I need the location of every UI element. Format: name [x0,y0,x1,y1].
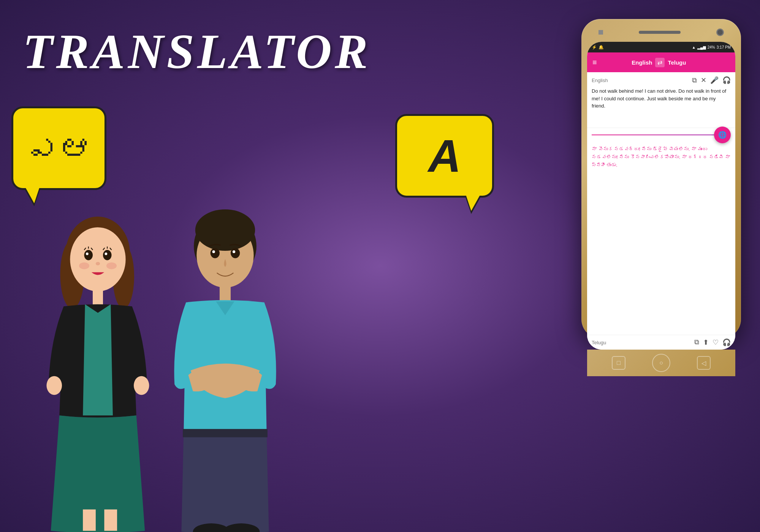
menu-icon[interactable]: ≡ [592,59,597,66]
source-area: English ⧉ ✕ 🎤 🎧 Do not walk behind me! I… [587,72,735,128]
phone-mockup: ⚡ 🔔 ▲ ▂▄▆ 24% 3:17 PM ≡ English ⇄ Telugu [581,19,741,338]
swap-languages-button[interactable]: ⇄ [655,58,665,67]
recent-apps-button[interactable]: □ [612,356,625,370]
mic-button[interactable]: 🎤 [710,76,719,84]
speaker-grill [639,31,681,34]
svg-point-5 [103,250,112,260]
wifi-icon: ▲ [692,45,696,49]
svg-point-27 [212,250,215,253]
target-lang-row: Telugu ⧉ ⬆ ♡ 🎧 [587,335,735,350]
source-lang-label: English [592,78,608,83]
home-icon: ○ [659,359,663,366]
back-icon: ◁ [701,359,706,367]
svg-point-6 [86,253,89,255]
target-lang-label: Telugu [592,340,606,345]
svg-point-18 [47,376,62,395]
characters-area [38,209,285,532]
svg-point-15 [79,262,89,269]
svg-point-19 [134,376,149,395]
share-button[interactable]: ⬆ [703,338,709,347]
svg-point-14 [96,262,100,265]
svg-point-26 [231,248,240,258]
clear-button[interactable]: ✕ [701,76,706,84]
target-language-label[interactable]: Telugu [668,59,686,66]
translate-button[interactable]: 🌐 [714,127,731,143]
app-title: TRANSLATOR [23,23,371,80]
bubble-right: A [395,114,502,205]
favorite-button[interactable]: ♡ [712,338,719,347]
notification-icon: 🔔 [598,45,604,50]
svg-point-4 [84,250,93,260]
copy-button[interactable]: ⧉ [692,76,697,84]
listen-translation-button[interactable]: 🎧 [722,338,731,347]
listen-source-button[interactable]: 🎧 [722,76,731,84]
svg-point-24 [195,209,255,251]
signal-bars: ▂▄▆ [697,45,706,49]
source-text: Do not walk behind me! I can not drive. … [592,87,731,125]
svg-rect-29 [220,284,231,302]
svg-point-7 [105,253,108,255]
svg-point-28 [233,250,235,253]
svg-point-3 [70,227,125,291]
svg-rect-30 [183,429,268,437]
home-button[interactable]: ○ [652,354,670,372]
front-camera [716,28,724,36]
translate-icon: 🌐 [718,131,727,139]
app-toolbar: ≡ English ⇄ Telugu [587,52,735,72]
time: 3:17 PM [717,45,731,49]
status-bar: ⚡ 🔔 ▲ ▂▄▆ 24% 3:17 PM [587,42,735,52]
male-character [165,209,285,532]
female-character [38,209,158,532]
divider-line [592,135,731,135]
svg-point-16 [106,262,117,269]
svg-rect-20 [83,510,96,531]
source-language-label[interactable]: English [632,59,652,66]
divider-row: 🌐 [587,128,735,142]
app-content: English ⧉ ✕ 🎤 🎧 Do not walk behind me! I… [587,72,735,350]
translated-text: నా వెనుక నడవద్దు! నేను డ్రైవ్ చేయలేను. న… [592,146,731,169]
svg-point-25 [211,248,220,258]
bubble-left: ఎఆ [11,106,110,198]
svg-rect-17 [93,287,103,307]
bubble-right-symbol: A [428,130,461,182]
svg-rect-21 [104,510,117,531]
battery-percent: 24% [708,45,715,49]
camera-sensor [598,30,603,35]
usb-icon: ⚡ [592,45,597,50]
copy-translation-button[interactable]: ⧉ [694,338,699,347]
recent-icon: □ [617,359,621,366]
phone-bottom-nav: □ ○ ◁ [587,350,735,376]
back-button[interactable]: ◁ [697,356,711,370]
bubble-left-symbol: ఎఆ [25,129,93,168]
output-area: నా వెనుక నడవద్దు! నేను డ్రైవ్ చేయలేను. న… [587,142,735,335]
